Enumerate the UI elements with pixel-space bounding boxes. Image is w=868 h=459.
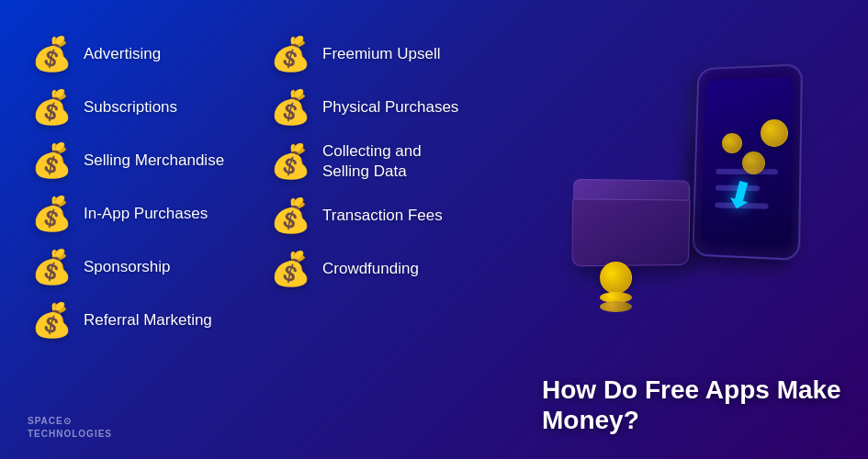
list-item: 💰 Advertising — [28, 28, 257, 81]
item-label: Freemium Upsell — [322, 44, 440, 64]
list-item: 💰 Transaction Fees — [266, 189, 496, 242]
coin-stack-icon — [600, 262, 632, 294]
item-label: Advertising — [84, 44, 161, 64]
list-item: 💰 Physical Purchases — [266, 81, 496, 134]
list-item: 💰 Freemium Upsell — [266, 28, 496, 81]
list-item: 💰 Crowdfunding — [266, 242, 496, 296]
coin-icon — [761, 119, 788, 147]
money-bag-icon: 💰 — [270, 250, 311, 288]
money-bag-icon: 💰 — [270, 142, 311, 181]
item-label: Collecting and Selling Data — [322, 141, 422, 182]
coin-icon — [742, 151, 765, 174]
illustration: ⬇ — [514, 0, 868, 367]
coin-icon — [722, 133, 742, 153]
list-item: 💰 Selling Merchandise — [28, 134, 257, 187]
list-item: 💰 In-App Purchases — [28, 187, 257, 241]
main-container: 💰 Advertising 💰 Subscriptions 💰 Selling … — [0, 0, 868, 459]
left-content: 💰 Advertising 💰 Subscriptions 💰 Selling … — [0, 0, 514, 459]
list-item: 💰 Sponsorship — [28, 241, 257, 294]
page-title: How Do Free Apps Make Money? — [542, 375, 859, 436]
phone-scene: ⬇ — [554, 46, 829, 321]
coin-stack-layer — [600, 301, 632, 312]
item-label: Referral Marketing — [84, 310, 212, 330]
money-bag-icon: 💰 — [270, 88, 311, 127]
item-label: Sponsorship — [84, 257, 171, 277]
list-item: 💰 Collecting and Selling Data — [266, 134, 496, 189]
list-item: 💰 Referral Marketing — [28, 294, 257, 347]
money-bag-icon: 💰 — [31, 248, 73, 286]
money-bag-icon: 💰 — [31, 301, 73, 340]
logo: SPACE⊙ TECHNOLOGIES — [28, 415, 112, 441]
money-bag-icon: 💰 — [31, 195, 73, 233]
item-label: Transaction Fees — [322, 206, 443, 226]
item-label: Physical Purchases — [322, 97, 458, 118]
items-grid: 💰 Advertising 💰 Subscriptions 💰 Selling … — [28, 28, 496, 441]
title-area: How Do Free Apps Make Money? — [524, 375, 859, 436]
money-bag-icon: 💰 — [31, 88, 73, 127]
item-label: Selling Merchandise — [84, 151, 224, 171]
money-bag-icon: 💰 — [270, 196, 311, 235]
money-bag-icon: 💰 — [270, 35, 311, 73]
wallet-icon — [571, 192, 690, 266]
money-bag-icon: 💰 — [31, 35, 73, 73]
item-label: Crowdfunding — [322, 259, 419, 279]
item-label: Subscriptions — [84, 97, 177, 118]
list-item: 💰 Subscriptions — [28, 81, 257, 134]
right-content: ⬇ How Do Free Apps Make Money? — [514, 0, 868, 459]
item-label: In-App Purchases — [84, 204, 208, 224]
money-bag-icon: 💰 — [31, 141, 73, 180]
